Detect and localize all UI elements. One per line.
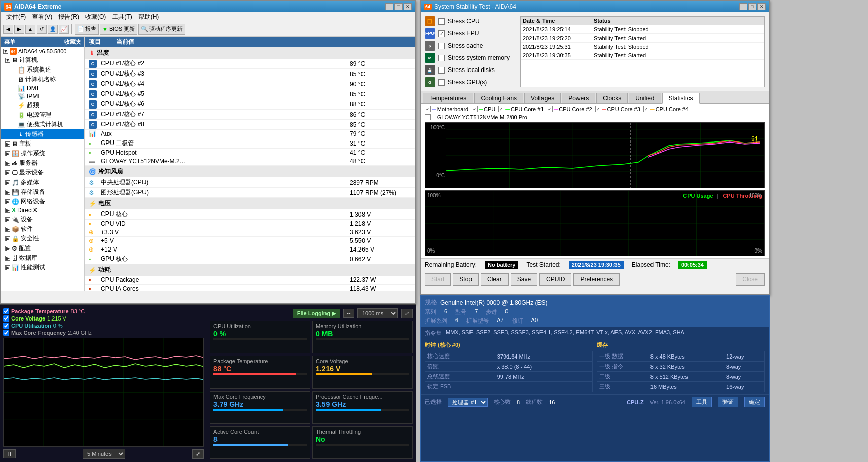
expand-graph-button[interactable]: ⤢ [192, 449, 204, 459]
back-button[interactable]: ◀ [3, 25, 13, 34]
tools-button[interactable]: 工具 [692, 397, 712, 407]
expand-software-icon[interactable]: ▶ [5, 227, 10, 232]
expand-display-icon[interactable]: ▶ [5, 170, 10, 175]
table-row[interactable]: ⊕ +12 V 14.265 V [85, 245, 415, 254]
tab-clocks[interactable]: Clocks [596, 93, 628, 103]
expand-network-icon[interactable]: ▶ [5, 199, 10, 204]
table-row[interactable]: ▪ CPU IA Cores 118.43 W [85, 285, 415, 291]
stability-close-button[interactable]: ✕ [757, 3, 766, 10]
table-row[interactable]: C CPU #1/核心 #2 89 °C [85, 59, 415, 69]
sidebar-item-network[interactable]: ▶ 🌐 网络设备 [1, 197, 84, 206]
stress-cpu-checkbox[interactable] [438, 18, 445, 25]
sidebar-item-os[interactable]: ▶ 🪟 操作系统 [1, 149, 84, 158]
sidebar-item-devices[interactable]: ▶ 🔌 设备 [1, 215, 84, 224]
stability-maximize-button[interactable]: □ [748, 3, 756, 10]
close-button[interactable]: Close [736, 273, 765, 286]
user-button[interactable]: 👤 [48, 25, 58, 34]
sidebar-item-display[interactable]: ▶ 🖵 显示设备 [1, 168, 84, 177]
sidebar-item-multimedia[interactable]: ▶ 🎵 多媒体 [1, 177, 84, 187]
expand-config-icon[interactable]: ▶ [5, 246, 10, 251]
bios-update-button[interactable]: ▼ BIOS 更新 [100, 24, 137, 35]
sidebar-item-benchmark[interactable]: ▶ 📊 性能测试 [1, 263, 84, 272]
clear-button[interactable]: Clear [481, 273, 509, 286]
expand-computer-icon[interactable]: ▼ [5, 58, 10, 63]
sidebar-item-computername[interactable]: 🖥 计算机名称 [1, 75, 84, 84]
tab-statistics[interactable]: Statistics [662, 93, 700, 104]
sidebar-item-aida64[interactable]: ▼ 64 AIDA64 v6.50.5800 [1, 47, 84, 55]
table-row[interactable]: C CPU #1/核心 #4 90 °C [85, 79, 415, 89]
interval-select[interactable]: 1000 ms [357, 308, 398, 318]
legend-check-corevolt[interactable] [3, 315, 9, 322]
sidebar-item-directx[interactable]: ▶ X DirectX [1, 206, 84, 215]
menu-view[interactable]: 查看(V) [29, 12, 55, 22]
save-button[interactable]: Save [511, 273, 537, 286]
expand-icon[interactable]: ▼ [3, 49, 8, 54]
expand-storage-icon[interactable]: ▶ [5, 190, 10, 195]
stop-button[interactable]: Stop [453, 273, 479, 286]
sidebar-item-oc[interactable]: ⚡ 超频 [1, 100, 84, 110]
interval-options-button[interactable]: ⤢ [401, 309, 413, 318]
legend-check-maxfreq[interactable] [3, 330, 9, 336]
legend-cb-core1[interactable] [498, 106, 504, 112]
maximize-button[interactable]: □ [394, 3, 403, 10]
validate-button[interactable]: 验证 [718, 397, 738, 407]
tab-unified[interactable]: Unified [629, 93, 661, 103]
time-range-select[interactable]: 1 Minute 2 Minutes 5 Minutes 10 Minutes … [83, 449, 125, 459]
expand-multimedia-icon[interactable]: ▶ [5, 180, 10, 185]
sidebar-item-sensor[interactable]: 🌡 传感器 [1, 129, 84, 139]
table-row[interactable]: ▪ GPU 核心 0.662 V [85, 254, 415, 264]
tab-temperatures[interactable]: Temperatures [423, 93, 473, 103]
sidebar-item-storage[interactable]: ▶ 💾 存储设备 [1, 187, 84, 197]
sidebar-item-overview[interactable]: 📋 系统概述 [1, 65, 84, 75]
refresh-button[interactable]: ↺ [37, 25, 47, 34]
table-row[interactable]: C CPU #1/核心 #5 85 °C [85, 89, 415, 99]
report-button[interactable]: 📄 报告 [75, 24, 99, 35]
sidebar-item-software[interactable]: ▶ 📦 软件 [1, 224, 84, 234]
processor-select[interactable]: 处理器 #1 [448, 398, 488, 407]
driver-update-button[interactable]: 🔍 驱动程序更新 [138, 24, 185, 35]
table-row[interactable]: ▪ GPU 二极管 31 °C [85, 138, 415, 149]
expand-database-icon[interactable]: ▶ [5, 256, 10, 261]
file-logging-button[interactable]: File Logging ▶ [293, 309, 340, 318]
table-row[interactable]: C CPU #1/核心 #3 85 °C [85, 69, 415, 79]
sidebar-item-laptop[interactable]: 💻 便携式计算机 [1, 120, 84, 129]
tab-cooling-fans[interactable]: Cooling Fans [474, 93, 523, 103]
menu-help[interactable]: 帮助(H) [135, 12, 162, 22]
ok-button[interactable]: 确定 [744, 397, 765, 407]
start-button[interactable]: Start [425, 273, 451, 286]
table-row[interactable]: ⚙ 图形处理器(GPU) 1107 RPM (27%) [85, 188, 415, 198]
legend-cb-core3[interactable] [595, 106, 601, 112]
sidebar-item-database[interactable]: ▶ 🗄 数据库 [1, 253, 84, 263]
table-row[interactable]: ▪ GPU Hotspot 41 °C [85, 149, 415, 157]
stress-mem-checkbox[interactable] [438, 55, 445, 61]
table-row[interactable]: ▪ CPU Package 122.37 W [85, 276, 415, 285]
sidebar-item-config[interactable]: ▶ ⚙ 配置 [1, 243, 84, 253]
table-row[interactable]: C CPU #1/核心 #7 86 °C [85, 110, 415, 120]
table-row[interactable]: 📊 Aux 79 °C [85, 130, 415, 138]
stability-minimize-button[interactable]: ─ [739, 3, 747, 10]
stress-fpu-checkbox[interactable] [438, 30, 445, 37]
logging-options-button[interactable]: ▪▪ [343, 309, 354, 318]
tab-voltages[interactable]: Voltages [524, 93, 561, 103]
stress-gpu-checkbox[interactable] [438, 79, 445, 86]
legend-cb-cpu[interactable] [472, 106, 478, 112]
menu-report[interactable]: 报告(R) [55, 12, 82, 22]
expand-directx-icon[interactable]: ▶ [5, 208, 10, 213]
sidebar-item-computer[interactable]: ▼ 🖥 计算机 [1, 55, 84, 65]
minimize-button[interactable]: ─ [385, 3, 393, 10]
stress-disk-checkbox[interactable] [438, 67, 445, 74]
table-row[interactable]: C CPU #1/核心 #6 88 °C [85, 99, 415, 110]
sidebar-item-motherboard[interactable]: ▶ 🖥 主板 [1, 139, 84, 149]
chart-button[interactable]: 📈 [59, 25, 69, 34]
pause-button[interactable]: ⏸ [3, 449, 16, 458]
legend-check-package[interactable] [3, 308, 9, 314]
table-row[interactable]: ▪ CPU 核心 1.308 V [85, 209, 415, 220]
menu-tools[interactable]: 工具(T) [109, 12, 135, 22]
legend-cb-core2[interactable] [547, 106, 553, 112]
table-row[interactable]: ⚙ 中央处理器(CPU) 2897 RPM [85, 177, 415, 188]
table-row[interactable]: C CPU #1/核心 #8 85 °C [85, 120, 415, 130]
table-row[interactable]: ⊕ +3.3 V 3.623 V [85, 228, 415, 237]
preferences-button[interactable]: Preferences [573, 273, 620, 286]
up-button[interactable]: ▲ [25, 25, 35, 34]
cpuid-button[interactable]: CPUID [539, 273, 571, 286]
